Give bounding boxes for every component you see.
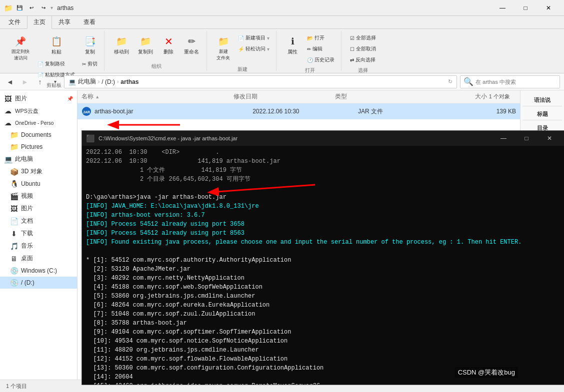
sidebar-item-documents[interactable]: 📁 Documents (0, 129, 77, 141)
select-all-button[interactable]: ☑ 全部选择 (348, 33, 378, 43)
tab-home[interactable]: 主页 (27, 15, 52, 29)
back-button[interactable]: ◄ (4, 76, 16, 88)
cmd-close[interactable]: ✕ (538, 131, 561, 146)
window-controls: — □ ✕ (491, 0, 560, 16)
windows-icon: 💿 (10, 267, 18, 275)
sidebar-item-3d[interactable]: 📦 3D 对象 (0, 165, 77, 178)
edit-button[interactable]: ✏ 编辑 (304, 44, 337, 54)
file-size: 139 KB (464, 108, 516, 115)
sidebar-item-music[interactable]: 🎵 音乐 (0, 240, 77, 252)
paste-path-icon: 📄 (38, 61, 44, 67)
ribbon-content: 📌 固定到快速访问 📋 粘贴 📄 复制路径 📄 粘贴快捷 (0, 29, 564, 73)
new-folder-button[interactable]: 📁 新建文件夹 (213, 33, 234, 64)
tab-view[interactable]: 查看 (77, 15, 102, 28)
cmd-minimize[interactable]: — (492, 131, 515, 146)
invert-select-button[interactable]: ⇄ 反向选择 (348, 55, 378, 65)
pin-button[interactable]: 📌 固定到快速访问 (8, 33, 33, 64)
dropdown-arrow[interactable]: ▾ (50, 5, 53, 10)
rename-button[interactable]: ✏ 重命名 (180, 33, 202, 58)
pin-icon: 📌 (14, 35, 26, 47)
tab-file[interactable]: 文件 (2, 15, 27, 28)
move-icon: 📁 (116, 35, 128, 47)
new-item-icon: 📄 (238, 35, 244, 41)
recent-button[interactable]: ▾ (49, 76, 61, 88)
window-title: arthas (57, 4, 491, 11)
sidebar-item-desktop[interactable]: 🖥 桌面 (0, 252, 77, 265)
cmd-line-2: 1 个文件 141,819 字节 (86, 166, 561, 175)
cut-button[interactable]: ✂ 剪切 (80, 59, 100, 69)
undo-button[interactable]: ↩ (26, 3, 36, 13)
redo-button[interactable]: ↪ (38, 3, 48, 13)
title-bar: 📁 💾 ↩ ↪ ▾ arthas — □ ✕ (0, 0, 564, 16)
search-input[interactable] (476, 79, 556, 85)
sidebar-item-d-drive[interactable]: 💿 / (D:) (0, 277, 77, 289)
pictures-icon: 🖼 (4, 95, 12, 103)
cmd-line-10: [INFO] Found existing java process, plea… (86, 238, 561, 247)
maximize-button[interactable]: □ (514, 0, 537, 16)
jar-file-icon: JAR (82, 106, 92, 116)
easy-access-icon: ⚡ (238, 46, 244, 52)
status-count: 1 个项目 (6, 383, 27, 390)
close-button[interactable]: ✕ (537, 0, 560, 16)
col-date[interactable]: 修改日期 (234, 92, 334, 101)
sidebar-item-video[interactable]: 🎬 视频 (0, 190, 77, 202)
file-item-arthas-boot[interactable]: JAR arthas-boot.jar 2022.12.06 10:30 JAR… (78, 103, 520, 119)
cmd-line-26: [15]: 42460 org.jetbrains.idea.maven.ser… (86, 382, 561, 385)
open-button[interactable]: 📂 打开 (304, 33, 337, 43)
save-button[interactable]: 💾 (14, 3, 24, 13)
copy-to-button[interactable]: 📁 复制到 (134, 33, 156, 58)
cmd-controls: — □ ✕ (492, 131, 561, 146)
up-button[interactable]: ↑ (34, 76, 46, 88)
cmd-line-23: [12]: 44152 com.myrc.sopf.flowable.Flowa… (86, 355, 561, 364)
ribbon-group-select: ☑ 全部选择 ☐ 全部取消 ⇄ 反向选择 选择 (344, 31, 382, 71)
cmd-line-15: [4]: 45188 com.myrc.sopf.web.SopfWebAppl… (86, 283, 561, 292)
video-icon: 🎬 (10, 192, 18, 200)
new-item-button[interactable]: 📄 新建项目 ▾ (236, 33, 272, 43)
cmd-line-13: [2]: 53120 ApacheJMeter.jar (86, 265, 561, 274)
copy-button[interactable]: 📑 复制 (80, 33, 100, 58)
quick-access-toolbar: 📁 💾 ↩ ↪ ▾ (4, 3, 53, 13)
history-button[interactable]: 🕐 历史记录 (304, 55, 337, 65)
sidebar: 🖼 图片 📌 ☁ WPS云盘 ☁ OneDrive - Perso 📁 Docu… (0, 90, 78, 380)
cmd-title-bar: ⬛ C:\Windows\System32\cmd.exe - java -ja… (82, 131, 564, 146)
sidebar-item-pictures[interactable]: 🖼 图片 📌 (0, 92, 77, 105)
copy-icon: 📑 (84, 35, 96, 47)
easy-access-button[interactable]: ⚡ 轻松访问 ▾ (236, 44, 272, 54)
properties-button[interactable]: ℹ 属性 (282, 33, 302, 58)
app-icon: 📁 (4, 4, 12, 12)
cmd-window: ⬛ C:\Windows\System32\cmd.exe - java -ja… (82, 130, 564, 385)
sidebar-item-pictures2[interactable]: 📁 Pictures (0, 141, 77, 153)
sidebar-item-docs[interactable]: 📄 文档 (0, 215, 77, 227)
cmd-line-7: [INFO] arthas-boot version: 3.6.7 (86, 211, 561, 220)
paste-button[interactable]: 📋 粘贴 (35, 33, 78, 58)
cmd-maximize[interactable]: □ (515, 131, 538, 146)
sidebar-item-ubuntu[interactable]: 🐧 Ubuntu (0, 178, 77, 190)
sidebar-item-windows[interactable]: 💿 Windows (C:) (0, 265, 77, 277)
pc-icon: 💻 (68, 78, 76, 85)
move-to-button[interactable]: 📁 移动到 (110, 33, 132, 58)
delete-button[interactable]: ✕ 删除 (158, 33, 178, 58)
minimize-button[interactable]: — (491, 0, 514, 16)
paste-path-button[interactable]: 📄 复制路径 (35, 59, 78, 69)
file-date: 2022.12.06 10:30 (252, 108, 358, 115)
cmd-line-6: [INFO] JAVA_HOME: E:\local\java\jdk1.8.0… (86, 202, 561, 211)
address-bar[interactable]: 💻 此电脑 › / (D:) › arthas ↻ (64, 75, 457, 88)
ribbon-group-clipboard: 📌 固定到快速访问 📋 粘贴 📄 复制路径 📄 粘贴快捷 (4, 31, 104, 71)
sidebar-item-thispc[interactable]: 💻 此电脑 (0, 153, 77, 165)
col-name[interactable]: 名称 ▲ (82, 92, 232, 101)
sidebar-item-onedrive[interactable]: ☁ OneDrive - Perso (0, 117, 77, 129)
pictures2-icon: 📁 (10, 143, 18, 151)
3d-icon: 📦 (10, 168, 18, 176)
refresh-button[interactable]: ↻ (448, 78, 452, 85)
docs-icon: 📄 (10, 217, 18, 225)
forward-button[interactable]: ► (19, 76, 31, 88)
sidebar-item-pictures3[interactable]: 🖼 图片 (0, 202, 77, 215)
col-type[interactable]: 类型 (335, 92, 435, 101)
col-size[interactable]: 大小 (437, 92, 487, 101)
cmd-line-19: [8]: 35788 arthas-boot.jar (86, 319, 561, 328)
sidebar-item-wps[interactable]: ☁ WPS云盘 (0, 105, 77, 117)
sidebar-item-download[interactable]: ⬇ 下载 (0, 227, 77, 240)
tab-share[interactable]: 共享 (52, 15, 77, 28)
select-none-button[interactable]: ☐ 全部取消 (348, 44, 378, 54)
cmd-icon: ⬛ (86, 134, 94, 142)
